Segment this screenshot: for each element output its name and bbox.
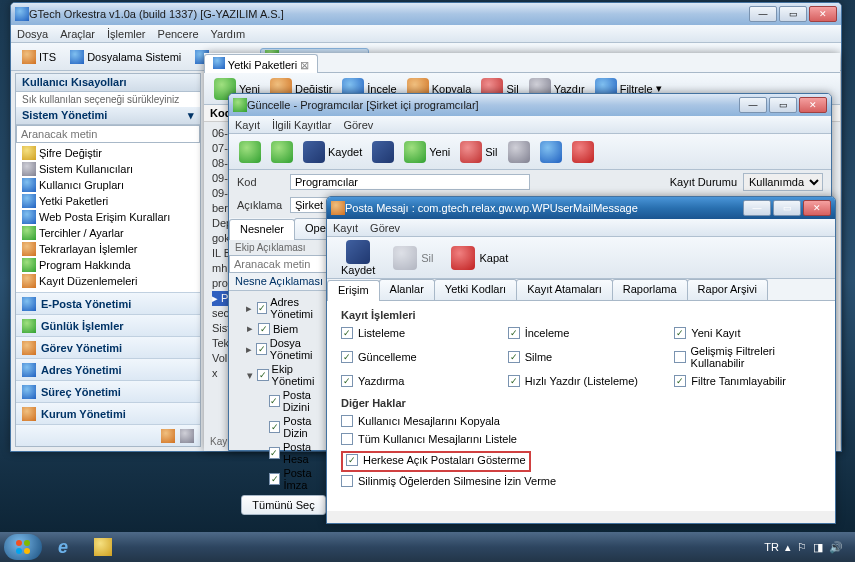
permission-item[interactable]: Güncelleme <box>341 345 488 369</box>
checkbox[interactable] <box>508 351 520 363</box>
kapat-button[interactable]: Kapat <box>445 244 514 272</box>
tree-item[interactable]: Yetki Paketleri <box>20 193 196 209</box>
checkbox[interactable] <box>269 395 280 407</box>
checkbox[interactable] <box>257 302 268 314</box>
search-input[interactable] <box>16 125 200 143</box>
checkbox[interactable] <box>341 475 353 487</box>
yetki-paketleri-tab[interactable]: Yetki Paketleri ⊠ <box>204 54 318 73</box>
minimize-button[interactable]: — <box>749 6 777 22</box>
tool-button[interactable] <box>536 139 566 165</box>
menu-item[interactable]: Görev <box>343 119 373 131</box>
checkbox[interactable] <box>341 327 353 339</box>
section-row[interactable]: Kurum Yönetimi <box>16 402 200 424</box>
tool-button[interactable] <box>568 139 598 165</box>
permission-item[interactable]: Listeleme <box>341 327 488 339</box>
nesne-tree-item[interactable]: ▸Adres Yönetimi <box>233 295 334 321</box>
nesne-tree-item[interactable]: ▸Biem <box>233 321 334 336</box>
menu-item[interactable]: Kayıt <box>235 119 260 131</box>
tab-rapor-arşivi[interactable]: Rapor Arşivi <box>687 279 768 300</box>
tab-yetki-kodları[interactable]: Yetki Kodları <box>434 279 517 300</box>
nesne-tree-item[interactable]: Posta İmza <box>233 466 334 491</box>
permission-item[interactable]: Gelişmiş Filtreleri Kullanabilir <box>674 345 821 369</box>
guncelle-titlebar[interactable]: Güncelle - Programcılar [Şirket içi prog… <box>229 94 831 116</box>
tree-item[interactable]: Sistem Kullanıcıları <box>20 161 196 177</box>
tab-kayıt-atamaları[interactable]: Kayıt Atamaları <box>516 279 613 300</box>
nesne-tree-item[interactable]: Posta Hesa <box>233 440 334 466</box>
menu-araçlar[interactable]: Araçlar <box>60 28 95 40</box>
nesne-tree-item[interactable]: Posta Dizini <box>233 388 334 414</box>
gear-icon[interactable] <box>180 429 194 443</box>
tree-item[interactable]: Tercihler / Ayarlar <box>20 225 196 241</box>
chevron-down-icon[interactable]: ▾ <box>188 109 194 122</box>
close-button[interactable]: ✕ <box>799 97 827 113</box>
close-tab-icon[interactable]: ⊠ <box>300 59 309 71</box>
sil-button[interactable]: Sil <box>387 244 439 272</box>
lang-indicator[interactable]: TR <box>764 541 779 553</box>
maximize-button[interactable]: ▭ <box>779 6 807 22</box>
checkbox[interactable] <box>256 343 266 355</box>
menu-item[interactable]: İlgili Kayıtlar <box>272 119 331 131</box>
tree-item[interactable]: Şifre Değiştir <box>20 145 196 161</box>
checkbox[interactable] <box>508 375 520 387</box>
sil-button[interactable]: Sil <box>456 139 501 165</box>
kaydet-button[interactable]: Kaydet <box>299 139 366 165</box>
nesne-search-input[interactable] <box>229 255 338 273</box>
checkbox[interactable] <box>341 375 353 387</box>
yeni-button[interactable]: Yeni <box>400 139 454 165</box>
section-row[interactable]: Adres Yönetimi <box>16 358 200 380</box>
posta-titlebar[interactable]: Posta Mesajı : com.gtech.relax.gw.wp.WPU… <box>327 197 835 219</box>
tab-alanlar[interactable]: Alanlar <box>379 279 435 300</box>
hand-icon[interactable] <box>161 429 175 443</box>
maximize-button[interactable]: ▭ <box>773 200 801 216</box>
menu-item[interactable]: Görev <box>370 222 400 234</box>
checkbox[interactable] <box>674 375 686 387</box>
checkbox[interactable] <box>257 369 268 381</box>
checkbox[interactable] <box>674 327 686 339</box>
tree-item[interactable]: Kullanıcı Grupları <box>20 177 196 193</box>
permission-item[interactable]: Silme <box>508 345 655 369</box>
tool-button[interactable] <box>504 139 534 165</box>
tumunu-sec-button[interactable]: Tümünü Seç <box>241 495 325 515</box>
tree-item[interactable]: Program Hakkında <box>20 257 196 273</box>
close-button[interactable]: ✕ <box>803 200 831 216</box>
start-button[interactable] <box>4 534 42 560</box>
menu-dosya[interactable]: Dosya <box>17 28 48 40</box>
section-row[interactable]: Günlük İşlemler <box>16 314 200 336</box>
tool-button[interactable] <box>267 139 297 165</box>
checkbox[interactable] <box>508 327 520 339</box>
flag-icon[interactable]: ⚐ <box>797 541 807 554</box>
menu-pencere[interactable]: Pencere <box>158 28 199 40</box>
tab-erişim[interactable]: Erişim <box>327 280 380 301</box>
kaydet-button[interactable]: Kaydet <box>335 238 381 278</box>
checkbox[interactable] <box>269 421 280 433</box>
permission-item[interactable]: Filtre Tanımlayabilir <box>674 375 821 387</box>
tree-item[interactable]: Kayıt Düzenlemeleri <box>20 273 196 289</box>
tree-item[interactable]: Tekrarlayan İşlemler <box>20 241 196 257</box>
checkbox[interactable] <box>258 323 270 335</box>
ie-taskbar-icon[interactable]: e <box>44 534 82 560</box>
section-row[interactable]: Süreç Yönetimi <box>16 380 200 402</box>
tree-item[interactable]: Web Posta Erişim Kuralları <box>20 209 196 225</box>
checkbox[interactable] <box>346 454 358 466</box>
minimize-button[interactable]: — <box>739 97 767 113</box>
checkbox[interactable] <box>269 473 280 485</box>
checkbox[interactable] <box>341 351 353 363</box>
tab-raporlama[interactable]: Raporlama <box>612 279 688 300</box>
app-taskbar-icon[interactable] <box>84 534 122 560</box>
main-tab[interactable]: Dosyalama Sistemi <box>65 48 186 66</box>
kod-input[interactable] <box>290 174 530 190</box>
volume-icon[interactable]: 🔊 <box>829 541 843 554</box>
checkbox[interactable] <box>341 433 353 445</box>
checkbox[interactable] <box>341 415 353 427</box>
maximize-button[interactable]: ▭ <box>769 97 797 113</box>
nesne-tree-item[interactable]: Posta Dizin <box>233 414 334 440</box>
tab-nesneler[interactable]: Nesneler <box>229 219 295 240</box>
tool-button[interactable] <box>368 139 398 165</box>
checkbox[interactable] <box>269 447 280 459</box>
permission-item[interactable]: Silinmiş Öğelerden Silmesine İzin Verme <box>341 475 556 487</box>
section-row[interactable]: E-Posta Yönetimi <box>16 292 200 314</box>
menu-yardım[interactable]: Yardım <box>211 28 246 40</box>
section-row[interactable]: Görev Yönetimi <box>16 336 200 358</box>
nesne-tree-item[interactable]: ▾Ekip Yönetimi <box>233 362 334 388</box>
permission-item[interactable]: Yazdırma <box>341 375 488 387</box>
